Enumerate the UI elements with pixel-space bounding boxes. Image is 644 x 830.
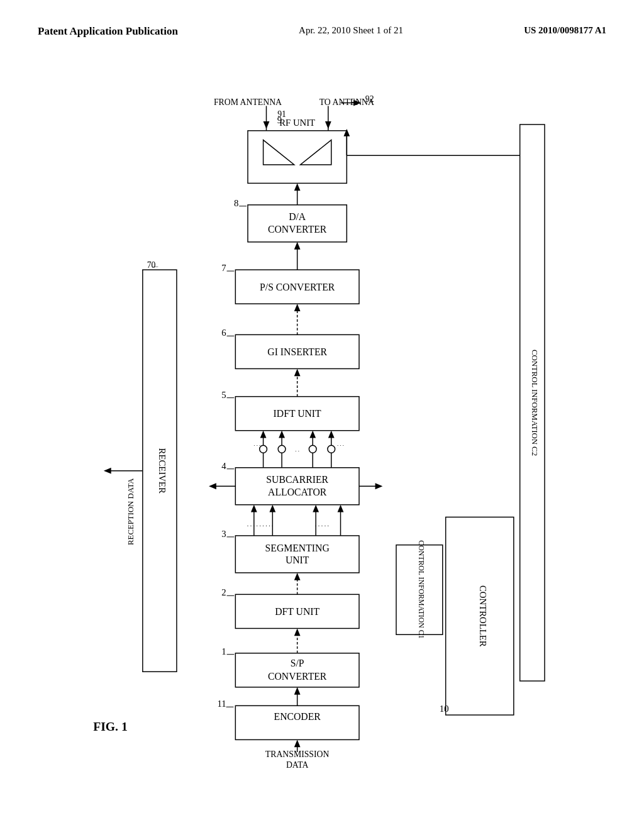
svg-text:DATA: DATA bbox=[286, 760, 309, 770]
publication-date-sheet: Apr. 22, 2010 Sheet 1 of 21 bbox=[299, 25, 403, 36]
svg-text:91: 91 bbox=[277, 109, 286, 119]
svg-text:5: 5 bbox=[221, 390, 226, 400]
svg-marker-12 bbox=[294, 687, 301, 695]
svg-marker-17 bbox=[294, 628, 301, 636]
svg-marker-33 bbox=[269, 505, 275, 512]
svg-marker-41 bbox=[375, 483, 383, 489]
svg-marker-53 bbox=[260, 431, 267, 438]
svg-marker-95 bbox=[264, 121, 270, 129]
block-diagram: ENCODER 11 TRANSMISSION DATA S/P CONVERT… bbox=[38, 50, 606, 792]
svg-text:UNIT: UNIT bbox=[286, 555, 309, 565]
page: Patent Application Publication Apr. 22, … bbox=[0, 0, 644, 830]
svg-text:D/A: D/A bbox=[289, 211, 306, 222]
svg-text:2: 2 bbox=[221, 587, 226, 597]
svg-point-46 bbox=[278, 445, 286, 453]
svg-text:6: 6 bbox=[221, 328, 226, 338]
svg-text:. . .: . . . bbox=[253, 441, 260, 447]
svg-text:RF UNIT: RF UNIT bbox=[279, 118, 315, 128]
svg-marker-35 bbox=[313, 505, 319, 512]
svg-marker-112 bbox=[104, 468, 111, 474]
svg-marker-55 bbox=[279, 431, 285, 438]
svg-text:. . . . . . . . .: . . . . . . . . . bbox=[247, 521, 274, 528]
svg-text:. . . . .: . . . . . bbox=[315, 521, 329, 528]
svg-text:10: 10 bbox=[440, 704, 449, 714]
svg-text:ALLOCATOR: ALLOCATOR bbox=[268, 487, 327, 497]
svg-text:DFT UNIT: DFT UNIT bbox=[275, 606, 319, 617]
svg-text:70: 70 bbox=[147, 260, 156, 270]
svg-marker-86 bbox=[294, 183, 301, 191]
svg-text:4: 4 bbox=[221, 461, 226, 471]
svg-text:CONVERTER: CONVERTER bbox=[268, 224, 327, 235]
svg-point-47 bbox=[309, 445, 316, 453]
svg-marker-31 bbox=[251, 505, 257, 512]
svg-text:7: 7 bbox=[221, 263, 226, 273]
svg-marker-68 bbox=[294, 368, 301, 376]
svg-text:SUBCARRIER: SUBCARRIER bbox=[266, 474, 328, 485]
svg-text:11: 11 bbox=[217, 699, 226, 709]
svg-text:. .: . . bbox=[295, 446, 299, 453]
diagram-area: ENCODER 11 TRANSMISSION DATA S/P CONVERT… bbox=[38, 50, 606, 792]
svg-text:CONTROL INFORMATION C2: CONTROL INFORMATION C2 bbox=[530, 350, 539, 456]
svg-marker-57 bbox=[309, 431, 316, 438]
svg-text:CONVERTER: CONVERTER bbox=[268, 671, 327, 682]
svg-marker-73 bbox=[294, 304, 301, 311]
svg-marker-89 bbox=[325, 121, 331, 129]
svg-text:FIG. 1: FIG. 1 bbox=[93, 719, 128, 733]
svg-marker-23 bbox=[294, 573, 301, 580]
svg-text:. . .: . . . bbox=[337, 441, 344, 447]
svg-text:ENCODER: ENCODER bbox=[274, 711, 321, 722]
svg-text:RECEPTION DATA: RECEPTION DATA bbox=[126, 478, 135, 545]
svg-marker-79 bbox=[294, 242, 301, 250]
svg-marker-37 bbox=[338, 505, 344, 512]
svg-text:IDFT UNIT: IDFT UNIT bbox=[274, 408, 322, 419]
svg-text:P/S CONVERTER: P/S CONVERTER bbox=[260, 282, 335, 292]
publication-title: Patent Application Publication bbox=[38, 25, 178, 38]
svg-point-45 bbox=[260, 445, 267, 453]
page-header: Patent Application Publication Apr. 22, … bbox=[38, 25, 606, 38]
svg-text:3: 3 bbox=[221, 529, 226, 539]
svg-text:92: 92 bbox=[365, 94, 374, 104]
svg-rect-80 bbox=[248, 131, 347, 184]
svg-text:S/P: S/P bbox=[291, 658, 304, 668]
svg-text:FROM ANTENNA: FROM ANTENNA bbox=[214, 97, 282, 107]
svg-text:CONTROL INFORMATION C1: CONTROL INFORMATION C1 bbox=[417, 540, 426, 638]
svg-marker-6 bbox=[294, 739, 301, 747]
svg-text:1: 1 bbox=[221, 646, 226, 656]
svg-text:GI INSERTER: GI INSERTER bbox=[267, 346, 327, 357]
svg-text:SEGMENTING: SEGMENTING bbox=[265, 543, 330, 553]
svg-marker-39 bbox=[209, 483, 216, 489]
svg-text:CONTROLLER: CONTROLLER bbox=[478, 585, 488, 647]
publication-number: US 2010/0098177 A1 bbox=[524, 25, 606, 36]
svg-text:8: 8 bbox=[234, 198, 238, 208]
svg-point-48 bbox=[328, 445, 335, 453]
svg-text:RECEIVER: RECEIVER bbox=[157, 448, 167, 494]
svg-marker-59 bbox=[328, 431, 335, 438]
